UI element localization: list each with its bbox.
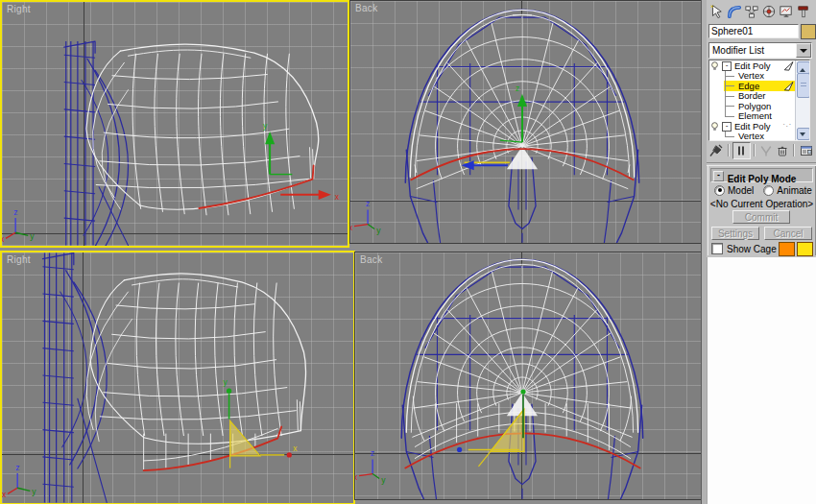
object-name-field[interactable] [708, 24, 799, 38]
model-radio-circle[interactable] [714, 185, 725, 196]
svg-text:y: y [381, 475, 386, 485]
stack-item-element[interactable]: Element [709, 111, 796, 122]
motion-tab-icon [761, 4, 777, 19]
stack-item-border[interactable]: Border [709, 91, 796, 102]
utilities-tab-icon [796, 4, 811, 19]
object-color-swatch[interactable] [801, 24, 816, 39]
animate-radio-circle[interactable] [763, 185, 774, 196]
cancel-button[interactable]: Cancel [764, 227, 812, 240]
modifier-list-label: Modifier List [712, 45, 764, 56]
svg-text:x: x [350, 223, 353, 232]
tab-motion[interactable] [760, 2, 778, 20]
rollout-title: Edit Poly Mode [728, 174, 797, 184]
svg-text:y: y [30, 231, 35, 241]
show-cage-label: Show Cage [727, 244, 777, 254]
stack-item-label: Vertex [738, 70, 764, 81]
modifier-list-dropdown[interactable]: Modifier List [708, 42, 812, 59]
svg-text:x: x [355, 472, 358, 482]
viewport-label: Back [355, 3, 377, 13]
model-radio[interactable]: Model [714, 184, 754, 196]
svg-text:x: x [2, 234, 5, 244]
sub-object-arrow-icon [783, 81, 794, 91]
tab-create[interactable] [708, 2, 726, 20]
commit-button[interactable]: Commit [732, 210, 790, 224]
stack-item-dots: ·.· [782, 121, 792, 128]
modifier-on-lightbulb-icon[interactable] [710, 122, 719, 132]
panel-blank-area [707, 257, 816, 504]
tab-modify[interactable] [726, 2, 743, 20]
stack-item-vertex[interactable]: Vertex [709, 71, 796, 82]
command-panel: Modifier List -Edit PolyVertexEdgeBorder… [707, 0, 816, 257]
settings-button[interactable]: Settings [711, 227, 759, 240]
toolbar-separator [793, 144, 795, 156]
svg-text:z: z [366, 199, 370, 208]
dropdown-arrow-button[interactable] [796, 43, 811, 58]
stack-item-edit-poly[interactable]: -Edit Poly [709, 60, 796, 71]
hierarchy-tab-icon [744, 4, 759, 19]
model-radio-label: Model [728, 185, 754, 196]
pin-stack-button[interactable] [708, 143, 725, 158]
stack-item-label: Edge [738, 81, 759, 91]
modifier-on-lightbulb-icon[interactable] [710, 61, 719, 71]
modifier-stack-toolbar [708, 142, 814, 158]
make-unique-icon [759, 144, 773, 157]
stack-item-edit-poly[interactable]: -Edit Poly·.· [709, 121, 796, 132]
svg-text:z: z [371, 448, 374, 458]
stack-item-label: Edit Poly [734, 121, 771, 132]
svg-text:y: y [376, 226, 381, 235]
remove-modifier-button[interactable] [774, 143, 790, 158]
mode-radio-group: Model Animate [714, 184, 813, 196]
pin-stack-icon [709, 144, 723, 157]
stack-item-label: Polygon [738, 101, 771, 111]
svg-text:z: z [516, 84, 519, 93]
object-name-row [708, 24, 814, 38]
stack-item-vertex[interactable]: Vertex [709, 132, 796, 142]
stack-item-polygon[interactable]: Polygon [709, 101, 796, 111]
tab-display[interactable] [778, 2, 795, 20]
viewport-top-left-right-view[interactable]: yxzxy Right [0, 0, 349, 248]
scrollbar-down-button[interactable] [797, 128, 810, 140]
animate-radio[interactable]: Animate [763, 184, 812, 196]
display-tab-icon [779, 4, 794, 19]
svg-text:y: y [224, 377, 228, 387]
svg-text:x: x [2, 490, 7, 499]
stack-scrollbar[interactable] [795, 60, 809, 140]
cage-color-swatch-2[interactable] [797, 242, 813, 256]
max-ui-root: yxzxy Right zzxy Back xyzxy Right zxy Ba… [0, 0, 816, 504]
expand-collapse-box[interactable]: - [722, 122, 732, 132]
viewport-label: Back [360, 254, 382, 265]
show-end-result-icon [734, 144, 748, 157]
stack-item-edge[interactable]: Edge [709, 81, 796, 91]
stack-item-label: Edit Poly [734, 60, 771, 71]
stack-item-label: Vertex [738, 131, 764, 141]
viewport-label: Right [7, 254, 31, 265]
viewport-bottom-left-right-view[interactable]: xyzxy Right [0, 251, 355, 504]
svg-text:y: y [263, 121, 268, 131]
show-cage-checkbox[interactable] [711, 243, 723, 254]
stack-item-label: Element [738, 110, 772, 121]
configure-modifier-sets-button[interactable] [798, 143, 814, 158]
wireframe-scene-back-view: zzxy [350, 1, 702, 243]
svg-text:x: x [335, 192, 340, 202]
sub-object-arrow-icon [783, 60, 794, 71]
scrollbar-up-button[interactable] [797, 61, 810, 74]
viewport-top-right-back-view[interactable]: zzxy Back [349, 0, 703, 244]
cage-color-swatch-1[interactable] [779, 242, 795, 256]
svg-text:z: z [13, 207, 17, 217]
tab-hierarchy[interactable] [743, 2, 760, 20]
make-unique-button[interactable] [758, 143, 775, 158]
remove-modifier-icon [776, 144, 789, 157]
toolbar-separator [728, 144, 730, 156]
svg-text:x: x [293, 444, 298, 453]
show-end-result-button[interactable] [732, 142, 751, 159]
modifier-stack-list: -Edit PolyVertexEdgeBorderPolygonElement… [708, 60, 810, 141]
viewport-bottom-right-back-view[interactable]: zxy Back [354, 252, 703, 500]
tab-utilities[interactable] [795, 2, 812, 20]
scrollbar-thumb[interactable] [797, 73, 810, 98]
expand-collapse-box[interactable]: - [722, 61, 732, 71]
rollout-header[interactable]: - Edit Poly Mode [710, 168, 813, 182]
wireframe-scene-back-view: zxy [355, 252, 702, 499]
create-tab-icon [709, 4, 725, 19]
rollout-collapse-button[interactable]: - [713, 171, 724, 181]
wireframe-scene-right-view: xyzxy [2, 252, 353, 503]
